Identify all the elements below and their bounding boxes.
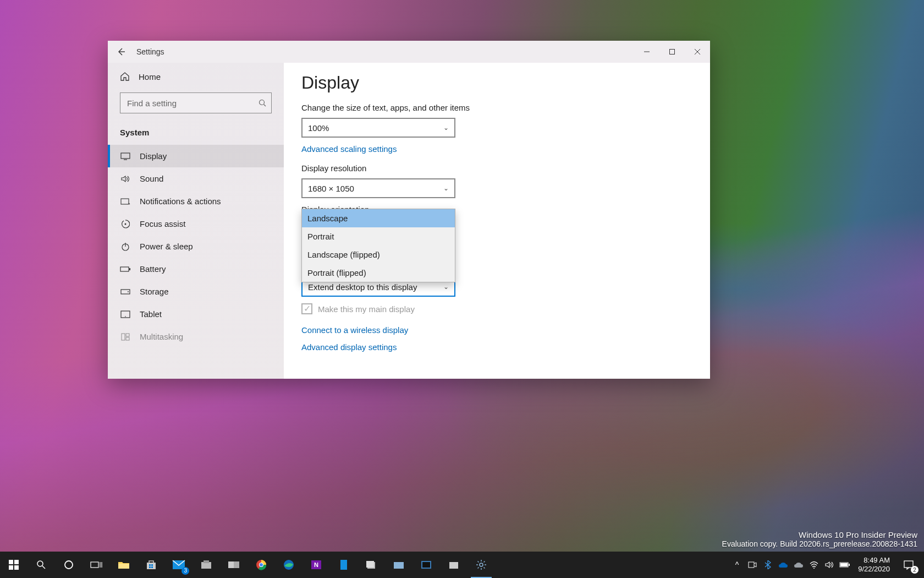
sidebar: Home System Display Sound Notifica: [108, 63, 284, 379]
edge-button[interactable]: [275, 552, 302, 578]
orientation-option-portrait[interactable]: Portrait: [302, 227, 455, 246]
chrome-button[interactable]: [248, 552, 275, 578]
sidebar-item-multitasking[interactable]: Multitasking: [108, 325, 284, 348]
start-button[interactable]: [0, 552, 28, 578]
tray-overflow-icon[interactable]: ^: [729, 552, 745, 578]
battery-tray-icon[interactable]: [837, 552, 853, 578]
bluetooth-icon[interactable]: [760, 552, 776, 578]
svg-point-4: [260, 100, 265, 105]
cortana-button[interactable]: [55, 552, 82, 578]
svg-rect-13: [129, 268, 130, 270]
wifi-icon[interactable]: [806, 552, 822, 578]
svg-line-26: [42, 566, 45, 569]
advanced-display-link[interactable]: Advanced display settings: [301, 342, 397, 352]
sidebar-item-focus-assist[interactable]: Focus assist: [108, 212, 284, 235]
svg-rect-50: [366, 561, 374, 568]
svg-rect-54: [449, 562, 458, 569]
display-icon: [120, 152, 131, 160]
svg-rect-1: [670, 50, 675, 54]
app-button-3[interactable]: [330, 552, 358, 578]
sidebar-item-notifications[interactable]: Notifications & actions: [108, 190, 284, 212]
close-button[interactable]: [685, 41, 710, 63]
sidebar-label: Storage: [140, 287, 169, 296]
sidebar-item-sound[interactable]: Sound: [108, 167, 284, 190]
minimize-button[interactable]: [634, 41, 659, 63]
svg-line-5: [264, 105, 266, 107]
sidebar-label: Battery: [140, 264, 166, 274]
app-button-2[interactable]: [220, 552, 248, 578]
sidebar-label: Notifications & actions: [140, 197, 221, 206]
maximize-button[interactable]: [659, 41, 685, 63]
content-pane: Display Change the size of text, apps, a…: [284, 63, 710, 379]
home-icon: [120, 72, 130, 81]
watermark: Windows 10 Pro Insider Preview Evaluatio…: [722, 530, 917, 548]
orientation-option-portrait-flipped[interactable]: Portrait (flipped): [302, 264, 455, 282]
app-button-6[interactable]: [413, 552, 440, 578]
settings-taskbar-button[interactable]: [468, 552, 495, 578]
svg-line-62: [478, 568, 479, 569]
mail-button[interactable]: 3: [165, 552, 193, 578]
system-tray[interactable]: ^ 8:49 AM 9/22/2020 2: [729, 552, 924, 578]
sidebar-label: Tablet: [140, 309, 162, 319]
advanced-scaling-link[interactable]: Advanced scaling settings: [301, 144, 397, 154]
microsoft-store-button[interactable]: [138, 552, 165, 578]
scale-combobox[interactable]: 100% ⌄: [301, 118, 455, 138]
back-button[interactable]: [108, 41, 134, 63]
wireless-display-link[interactable]: Connect to a wireless display: [301, 325, 710, 335]
storage-icon: [120, 289, 131, 295]
svg-rect-68: [840, 563, 848, 566]
sidebar-label: Display: [140, 151, 167, 161]
svg-rect-64: [749, 562, 754, 568]
watermark-line2: Evaluation copy. Build 20206.rs_prerelea…: [722, 539, 917, 548]
main-display-checkbox: Make this my main display: [301, 303, 710, 314]
sidebar-item-power-sleep[interactable]: Power & sleep: [108, 235, 284, 258]
task-view-button[interactable]: [82, 552, 110, 578]
power-icon: [120, 242, 131, 251]
home-label: Home: [139, 72, 161, 81]
app-button-7[interactable]: [440, 552, 468, 578]
search-input[interactable]: [120, 92, 272, 113]
onedrive-icon[interactable]: [776, 552, 791, 578]
meet-now-icon[interactable]: [745, 552, 760, 578]
app-button-4[interactable]: [358, 552, 385, 578]
svg-line-60: [478, 561, 479, 563]
watermark-line1: Windows 10 Pro Insider Preview: [722, 530, 917, 539]
clock[interactable]: 8:49 AM 9/22/2020: [853, 556, 895, 574]
file-explorer-button[interactable]: [110, 552, 138, 578]
focus-assist-icon: [120, 220, 131, 228]
orientation-option-landscape[interactable]: Landscape: [302, 209, 455, 227]
svg-rect-31: [118, 564, 129, 569]
orientation-dropdown[interactable]: Landscape Portrait Landscape (flipped) P…: [301, 209, 455, 282]
volume-icon[interactable]: [822, 552, 837, 578]
settings-window: Settings Home System Di: [108, 41, 710, 379]
svg-rect-22: [14, 560, 19, 564]
onedrive-icon-2[interactable]: [791, 552, 806, 578]
sound-icon: [120, 175, 131, 183]
svg-rect-6: [121, 153, 130, 159]
action-center-button[interactable]: 2: [895, 552, 922, 578]
sidebar-label: Focus assist: [140, 219, 185, 228]
sidebar-item-display[interactable]: Display: [108, 145, 284, 167]
app-button-1[interactable]: [193, 552, 220, 578]
titlebar[interactable]: Settings: [108, 41, 710, 63]
orientation-option-landscape-flipped[interactable]: Landscape (flipped): [302, 246, 455, 264]
svg-rect-19: [126, 334, 129, 336]
sidebar-item-storage[interactable]: Storage: [108, 280, 284, 303]
sidebar-item-tablet[interactable]: Tablet: [108, 303, 284, 325]
scale-label: Change the size of text, apps, and other…: [301, 103, 710, 112]
home-nav[interactable]: Home: [108, 66, 284, 87]
search-button[interactable]: [28, 552, 55, 578]
tablet-icon: [120, 310, 131, 318]
app-button-5[interactable]: [385, 552, 413, 578]
svg-rect-12: [120, 267, 129, 271]
onenote-button[interactable]: N: [302, 552, 330, 578]
svg-text:N: N: [314, 561, 318, 568]
chevron-down-icon: ⌄: [443, 124, 449, 132]
svg-rect-34: [151, 564, 153, 566]
page-title: Display: [301, 73, 710, 93]
resolution-combobox[interactable]: 924 × 578 ⌄: [301, 178, 455, 198]
search-box[interactable]: [120, 92, 272, 113]
svg-rect-24: [14, 565, 19, 570]
taskbar[interactable]: 3 N ^ 8:49 AM 9/22/2020: [0, 552, 924, 578]
sidebar-item-battery[interactable]: Battery: [108, 258, 284, 280]
